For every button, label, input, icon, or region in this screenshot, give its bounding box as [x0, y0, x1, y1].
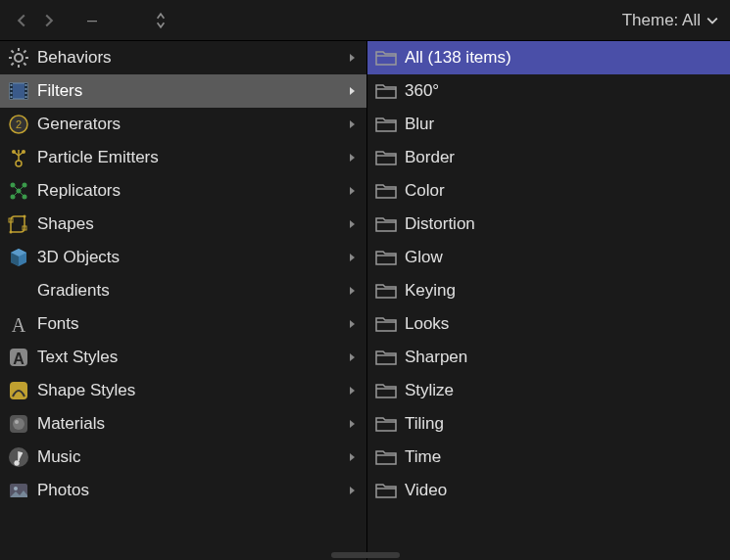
category-label: Shape Styles — [37, 381, 345, 400]
subcategory-row-video[interactable]: Video — [367, 474, 730, 507]
category-row-3d-objects[interactable]: 3D Objects — [0, 241, 366, 274]
chevron-right-icon — [345, 486, 361, 495]
subcategory-label: Tiling — [405, 414, 724, 434]
folder-icon — [373, 145, 399, 170]
subcategory-label: Looks — [405, 314, 724, 334]
chevron-left-icon — [15, 14, 28, 27]
chevron-right-icon — [345, 352, 361, 362]
chevron-right-icon — [345, 319, 361, 329]
category-label: Behaviors — [37, 48, 345, 68]
category-row-materials[interactable]: Materials — [0, 407, 366, 441]
subcategory-label: Color — [405, 181, 724, 201]
theme-popup[interactable]: Theme: All — [618, 11, 722, 30]
category-label: Filters — [37, 81, 345, 101]
photos-icon — [6, 478, 31, 503]
category-row-music[interactable]: Music — [0, 441, 366, 474]
category-row-behaviors[interactable]: Behaviors — [0, 41, 366, 74]
subcategory-row-blur[interactable]: Blur — [367, 108, 730, 141]
category-label: Text Styles — [37, 348, 345, 367]
category-column: BehaviorsFiltersGeneratorsParticle Emitt… — [0, 41, 367, 560]
category-row-particle-emitters[interactable]: Particle Emitters — [0, 141, 366, 174]
category-row-filters[interactable]: Filters — [0, 74, 366, 108]
category-label: Shapes — [37, 214, 345, 234]
gear-icon — [6, 45, 31, 70]
emitter-icon — [6, 145, 31, 170]
folder-icon — [373, 211, 399, 237]
theme-popup-label: Theme: All — [622, 11, 701, 30]
textStyle-icon — [6, 345, 31, 370]
generator-icon — [6, 112, 31, 137]
folder-icon — [373, 444, 399, 470]
chevron-right-icon — [345, 386, 361, 396]
subcategory-row-sharpen[interactable]: Sharpen — [367, 341, 730, 374]
chevron-right-icon — [345, 286, 361, 296]
chevron-right-icon — [345, 86, 361, 96]
cube3d-icon — [6, 245, 31, 270]
gradient-icon — [6, 278, 31, 303]
subcategory-row-keying[interactable]: Keying — [367, 274, 730, 307]
folder-icon — [373, 478, 399, 503]
shapes-icon — [6, 211, 31, 237]
nav-forward-button[interactable] — [35, 7, 63, 34]
nav-back-button[interactable] — [8, 7, 35, 34]
chevron-right-icon — [345, 119, 361, 129]
subcategory-row-tiling[interactable]: Tiling — [367, 407, 730, 441]
folder-icon — [373, 112, 399, 137]
material-icon — [6, 411, 31, 437]
category-label: Photos — [37, 481, 345, 500]
category-label: Fonts — [37, 314, 345, 334]
category-label: 3D Objects — [37, 248, 345, 267]
folder-icon — [373, 78, 399, 104]
subcategory-label: Glow — [405, 248, 724, 267]
stepper-icon — [155, 12, 167, 29]
chevron-right-icon — [42, 14, 56, 27]
chevron-right-icon — [345, 419, 361, 429]
subcategory-row-360-[interactable]: 360° — [367, 74, 730, 108]
subcategory-label: Video — [405, 481, 724, 500]
stepper-control[interactable] — [151, 12, 170, 29]
category-row-generators[interactable]: Generators — [0, 108, 366, 141]
subcategory-row-border[interactable]: Border — [367, 141, 730, 174]
subcategory-row-glow[interactable]: Glow — [367, 241, 730, 274]
category-label: Music — [37, 447, 345, 467]
category-label: Gradients — [37, 281, 345, 301]
folder-icon — [373, 245, 399, 270]
music-icon — [6, 444, 31, 470]
folder-icon — [373, 411, 399, 437]
subcategory-column: All (138 items)360°BlurBorderColorDistor… — [367, 41, 730, 560]
category-row-text-styles[interactable]: Text Styles — [0, 341, 366, 374]
chevron-right-icon — [345, 153, 361, 163]
subcategory-label: Sharpen — [405, 348, 724, 367]
chevron-right-icon — [345, 219, 361, 229]
folder-icon — [373, 278, 399, 303]
subcategory-row-stylize[interactable]: Stylize — [367, 374, 730, 407]
folder-icon — [373, 178, 399, 204]
replicator-icon — [6, 178, 31, 204]
chevron-right-icon — [345, 452, 361, 462]
chevron-right-icon — [345, 53, 361, 63]
category-row-shapes[interactable]: Shapes — [0, 208, 366, 241]
subcategory-label: All (138 items) — [405, 48, 724, 68]
subcategory-row-color[interactable]: Color — [367, 174, 730, 208]
category-row-shape-styles[interactable]: Shape Styles — [0, 374, 366, 407]
folder-icon — [373, 311, 399, 337]
folder-icon — [373, 45, 399, 70]
folder-icon — [373, 378, 399, 403]
subcategory-row-time[interactable]: Time — [367, 441, 730, 474]
category-row-fonts[interactable]: Fonts — [0, 307, 366, 341]
category-row-photos[interactable]: Photos — [0, 474, 366, 507]
subcategory-label: Distortion — [405, 214, 724, 234]
folder-icon — [373, 345, 399, 370]
category-label: Particle Emitters — [37, 148, 345, 167]
subcategory-label: Time — [405, 447, 724, 467]
shapeStyle-icon — [6, 378, 31, 403]
subcategory-row-distortion[interactable]: Distortion — [367, 208, 730, 241]
subcategory-row-looks[interactable]: Looks — [367, 307, 730, 341]
category-row-gradients[interactable]: Gradients — [0, 274, 366, 307]
category-row-replicators[interactable]: Replicators — [0, 174, 366, 208]
chevron-right-icon — [345, 186, 361, 196]
horizontal-scrollbar[interactable] — [331, 552, 400, 558]
subcategory-label: Blur — [405, 115, 724, 134]
subcategory-row-all-138-items-[interactable]: All (138 items) — [367, 41, 730, 74]
subcategory-label: Stylize — [405, 381, 724, 400]
